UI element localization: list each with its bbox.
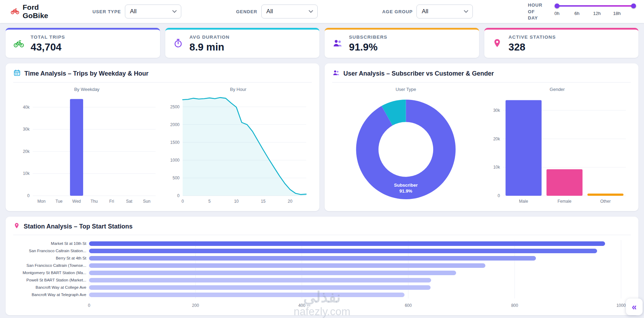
panel-title: Time Analysis – Trips by Weekday & Hour	[24, 70, 149, 77]
chevron-down-icon	[309, 8, 313, 13]
slider-handle-max[interactable]	[631, 3, 636, 8]
svg-text:400: 400	[299, 303, 305, 308]
hour-of-day-label-line1: HOUR OF	[528, 2, 551, 15]
svg-text:Wed: Wed	[72, 199, 81, 204]
kpi-card-avg-duration: AVG DURATION 8.9 min	[165, 28, 320, 58]
kpi-card-total-trips: TOTAL TRIPS 43,704	[6, 28, 160, 58]
time-analysis-body: By Weekday 010k20k30k40kMonTueWedThuFriS…	[13, 83, 312, 207]
slider-tick-label: 18h	[613, 11, 621, 16]
user-type-chart-title: User Type	[332, 87, 479, 92]
svg-text:2500: 2500	[170, 104, 180, 109]
slider-track[interactable]	[557, 5, 634, 7]
hour-of-day-label: HOUR OF DAY	[528, 2, 551, 22]
collapse-panel-button[interactable]: «	[626, 298, 643, 315]
svg-text:Mon: Mon	[38, 199, 46, 204]
gender-selected-value: All	[267, 8, 273, 15]
panel-title: Station Analysis – Top Start Stations	[24, 223, 133, 230]
weekday-subchart: By Weekday 010k20k30k40kMonTueWedThuFriS…	[13, 83, 160, 207]
slider-tick-labels: 0h6h12h18h	[557, 11, 634, 17]
user-type-subchart: User Type Subscriber91.9%	[332, 83, 479, 207]
hour-subchart: By Hour 0500100015002000250005101520	[165, 83, 312, 207]
svg-text:Powell St BART Station (Market: Powell St BART Station (Market...	[26, 278, 86, 282]
svg-text:10k: 10k	[493, 165, 500, 170]
svg-text:10: 10	[234, 199, 239, 204]
slider-handle-min[interactable]	[555, 3, 559, 8]
svg-text:5: 5	[208, 199, 211, 204]
cyclist-icon	[13, 38, 24, 50]
gender-chart-title: Gender	[484, 87, 631, 92]
svg-text:30k: 30k	[23, 127, 30, 132]
user-analysis-body: User Type Subscriber91.9% Gender 010k20k…	[332, 83, 631, 207]
svg-text:Other: Other	[600, 199, 611, 204]
svg-text:Subscriber: Subscriber	[394, 183, 418, 188]
svg-text:10k: 10k	[23, 171, 30, 176]
svg-text:30k: 30k	[493, 108, 500, 113]
svg-text:1500: 1500	[170, 140, 180, 145]
svg-text:Bancroft Way at Telegraph Ave: Bancroft Way at Telegraph Ave	[32, 293, 86, 297]
panel-title: User Analysis – Subscriber vs Customer &…	[343, 70, 494, 77]
svg-text:800: 800	[511, 303, 518, 308]
svg-text:San Francisco Caltrain Station: San Francisco Caltrain Station...	[29, 249, 86, 253]
users-icon	[332, 69, 340, 78]
slider-tick-label: 12h	[593, 11, 601, 16]
svg-text:Fri: Fri	[109, 199, 114, 204]
time-analysis-header: Time Analysis – Trips by Weekday & Hour	[13, 69, 312, 83]
station-row: Station Analysis – Top Start Stations 02…	[6, 217, 638, 315]
chevron-down-icon	[172, 8, 177, 13]
svg-text:0: 0	[182, 199, 184, 204]
gender-bar-chart: 010k20k30kMaleFemaleOther	[484, 92, 631, 207]
svg-text:0: 0	[27, 193, 30, 198]
hour-of-day-filter: HOUR OF DAY 0h6h12h18h	[528, 1, 634, 22]
station-analysis-panel: Station Analysis – Top Start Stations 02…	[6, 217, 638, 315]
stopwatch-icon	[173, 38, 183, 50]
brand: Ford GoBike	[10, 3, 66, 20]
svg-text:Tue: Tue	[56, 199, 63, 204]
users-icon	[332, 38, 343, 50]
svg-text:40k: 40k	[23, 105, 30, 110]
weekday-chart-title: By Weekday	[13, 87, 160, 92]
user-type-selected-value: All	[130, 8, 137, 15]
kpi-value: 8.9 min	[190, 41, 230, 53]
svg-text:Bancroft Way at College Ave: Bancroft Way at College Ave	[35, 285, 86, 289]
pin-icon	[13, 222, 20, 231]
age-group-selected-value: All	[422, 8, 428, 15]
chevron-down-icon	[464, 8, 468, 13]
kpi-card-subscribers: SUBSCRIBERS 91.9%	[325, 28, 479, 58]
user-analysis-header: User Analysis – Subscriber vs Customer &…	[332, 69, 631, 83]
svg-text:1000: 1000	[170, 158, 180, 163]
svg-text:1000: 1000	[617, 303, 626, 308]
weekday-bar-chart: 010k20k30k40kMonTueWedThuFriSatSun	[13, 92, 160, 207]
age-group-select[interactable]: All	[416, 5, 473, 18]
user-analysis-panel: User Analysis – Subscriber vs Customer &…	[325, 63, 638, 211]
app-title: Ford GoBike	[23, 3, 66, 20]
svg-text:Thu: Thu	[90, 199, 98, 204]
svg-text:0: 0	[177, 193, 180, 198]
gender-label: GENDER	[236, 9, 257, 14]
svg-text:20k: 20k	[493, 137, 500, 141]
hour-line-chart: 0500100015002000250005101520	[165, 92, 312, 207]
svg-text:Male: Male	[519, 199, 528, 204]
svg-text:San Francisco Caltrain (Townse: San Francisco Caltrain (Townse...	[26, 263, 86, 267]
svg-text:Sun: Sun	[143, 199, 150, 204]
user-type-select[interactable]: All	[125, 5, 181, 18]
kpi-row: TOTAL TRIPS 43,704 AVG DURATION 8.9 min …	[6, 28, 638, 58]
svg-text:Sat: Sat	[126, 199, 133, 204]
gender-filter: GENDER All	[236, 5, 318, 18]
svg-text:Market St at 10th St: Market St at 10th St	[51, 241, 86, 246]
gender-select[interactable]: All	[261, 5, 318, 18]
kpi-card-active-stations: ACTIVE STATIONS 328	[484, 28, 639, 58]
hour-of-day-slider[interactable]: 0h6h12h18h	[557, 2, 634, 17]
svg-text:20: 20	[288, 199, 293, 204]
kpi-label: TOTAL TRIPS	[31, 34, 65, 40]
svg-text:600: 600	[405, 303, 412, 308]
stations-hbar-chart: 02004006008001000Market St at 10th StSan…	[13, 237, 631, 311]
svg-text:2000: 2000	[170, 122, 180, 127]
svg-text:0: 0	[88, 303, 90, 308]
station-analysis-header: Station Analysis – Top Start Stations	[13, 222, 631, 235]
svg-text:20k: 20k	[23, 149, 30, 154]
gender-subchart: Gender 010k20k30kMaleFemaleOther	[484, 83, 631, 207]
svg-text:200: 200	[192, 303, 199, 308]
kpi-label: ACTIVE STATIONS	[509, 34, 556, 40]
user-type-donut-chart: Subscriber91.9%	[332, 92, 479, 207]
kpi-value: 328	[509, 41, 556, 53]
